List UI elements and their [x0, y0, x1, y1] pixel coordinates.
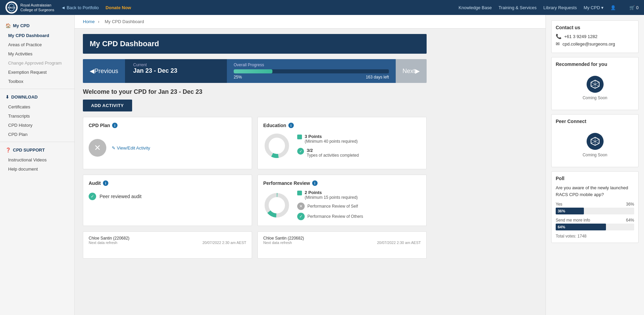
performance-review-card: Performance Review i — [257, 175, 427, 226]
welcome-section: Welcome to your CPD for Jan 23 - Dec 23 … — [83, 88, 427, 111]
cpd-plan-title: CPD Plan i — [89, 123, 246, 128]
bottom-card-2-refresh: Next data refresh 20/07/2022 2:30 am AES… — [263, 241, 421, 245]
peer-reviewed-item: ✓ Peer reviewed audit — [89, 193, 246, 200]
peer-reviewed-check-icon: ✓ — [89, 193, 96, 200]
recommended-coming-soon: Coming Soon — [561, 95, 629, 100]
welcome-heading: Welcome to your CPD for Jan 23 - Dec 23 — [83, 88, 427, 95]
poll-option-1-label: Yes — [556, 202, 562, 207]
svg-text:RACS: RACS — [8, 6, 16, 9]
breadcrumb: Home › My CPD Dashboard — [75, 15, 545, 29]
peer-connect-coming-soon: Coming Soon — [561, 153, 629, 157]
poll-option-2-label: Send me more info — [556, 218, 590, 223]
sidebar-item-transcripts[interactable]: Transcripts — [0, 111, 74, 121]
sidebar-divider-1 — [0, 89, 74, 89]
performance-info-icon[interactable]: i — [312, 180, 318, 186]
page-title: My CPD Dashboard — [90, 39, 420, 48]
contact-phone: 📞 +61 3 9249 1282 — [556, 34, 634, 39]
left-sidebar: 🏠 My CPD My CPD Dashboard Areas of Pract… — [0, 15, 75, 315]
recommended-content: Coming Soon — [556, 70, 634, 106]
days-left: 163 days left — [366, 75, 389, 80]
performance-points-value: 2 Points — [305, 190, 358, 195]
sidebar-item-instructional-videos[interactable]: Instructional Videos — [0, 155, 74, 164]
education-points-stat: 3 Points (Minimum 40 points required) — [297, 134, 359, 144]
sidebar-section-cpd-support: ❓ CPD SUPPORT — [0, 145, 74, 155]
peer-connect-logo — [587, 133, 604, 150]
points-dot — [297, 135, 302, 139]
contact-phone-number[interactable]: +61 3 9249 1282 — [564, 34, 597, 39]
email-icon: ✉ — [556, 41, 560, 47]
racs-logo-icon: RACS — [5, 1, 18, 14]
bottom-card-1-refresh: Next data refresh 20/07/2022 2:30 am AES… — [89, 241, 246, 245]
education-types-note: Types of activities completed — [307, 153, 359, 158]
progress-bar-fill — [234, 69, 272, 73]
user-icon[interactable]: 👤 — [610, 5, 616, 10]
education-types-stat: ✓ 3/2 Types of activities completed — [297, 148, 359, 158]
contact-us-section: Contact us 📞 +61 3 9249 1282 ✉ cpd.colle… — [551, 20, 639, 53]
bottom-cards: Chloe Santin (220682) Next data refresh … — [83, 231, 427, 259]
logo-text: Royal Australasian College of Surgeons — [20, 3, 54, 13]
cards-grid: CPD Plan i ✕ ✎ View/Edit Activity — [83, 117, 427, 226]
period-next-button[interactable]: Next ▶ — [396, 59, 427, 83]
sidebar-section-download: ⬇ DOWNLOAD — [0, 92, 74, 102]
sidebar-item-exemption-request[interactable]: Exemption Request — [0, 68, 74, 77]
cpd-plan-info-icon[interactable]: i — [112, 123, 118, 128]
breadcrumb-separator: › — [98, 19, 99, 24]
sidebar-item-cpd-history[interactable]: CPD History — [0, 121, 74, 130]
education-card: Education i — [257, 117, 427, 169]
poll-section: Poll Are you aware of the newly launched… — [551, 171, 639, 243]
training-services-link[interactable]: Training & Services — [499, 5, 537, 10]
bottom-card-1-person: Chloe Santin (220682) — [89, 236, 246, 241]
sidebar-item-toolbox[interactable]: Toolbox — [0, 77, 74, 86]
bottom-card-2: Chloe Santin (220682) Next data refresh … — [257, 231, 427, 259]
my-cpd-dropdown[interactable]: My CPD ▾ — [584, 5, 604, 10]
progress-bar-container — [234, 69, 389, 73]
sidebar-item-help-document[interactable]: Help document — [0, 164, 74, 174]
back-to-portfolio-link[interactable]: ◄ Back to Portfolio — [61, 5, 99, 10]
add-activity-button[interactable]: ADD ACTIVITY — [83, 100, 132, 111]
performance-self-item: ✕ Performance Review of Self — [297, 203, 363, 210]
period-prev-button[interactable]: ◀ Previous — [83, 59, 125, 83]
education-info-icon[interactable]: i — [288, 123, 294, 128]
sidebar-item-change-approved-program[interactable]: Change Approved Program — [0, 58, 74, 68]
sidebar-item-cpd-plan[interactable]: CPD Plan — [0, 130, 74, 139]
view-edit-activity-link[interactable]: ✎ View/Edit Activity — [112, 145, 150, 151]
contact-email-address[interactable]: cpd.college@surgeons.org — [562, 41, 615, 47]
sidebar-item-my-activities[interactable]: My Activities — [0, 49, 74, 58]
edit-icon: ✎ — [112, 145, 115, 151]
audit-content: ✓ Peer reviewed audit — [89, 190, 246, 203]
performance-self-x-icon: ✕ — [297, 203, 305, 210]
performance-self-label: Performance Review of Self — [307, 204, 358, 209]
svg-point-2 — [267, 136, 287, 156]
education-points-note: (Minimum 40 points required) — [305, 139, 358, 144]
knowledge-base-link[interactable]: Knowledge Base — [459, 5, 492, 10]
cart-icon[interactable]: 🛒 0 — [629, 5, 639, 10]
audit-title: Audit i — [89, 180, 246, 186]
poll-option-1: Yes 36% 36% — [556, 202, 634, 214]
education-title: Education i — [263, 123, 421, 128]
cpd-plan-card: CPD Plan i ✕ ✎ View/Edit Activity — [83, 117, 252, 169]
recommended-title: Recommended for you — [556, 62, 634, 67]
period-current-label: Current — [133, 63, 219, 67]
question-icon: ❓ — [5, 147, 11, 153]
cpd-plan-cancel-icon: ✕ — [89, 139, 106, 157]
performance-others-label: Performance Review of Others — [307, 214, 363, 219]
donate-button[interactable]: Donate Now — [106, 5, 131, 10]
performance-others-check-icon: ✓ — [297, 213, 305, 220]
poll-question: Are you aware of the newly launched RACS… — [556, 185, 634, 198]
breadcrumb-home[interactable]: Home — [83, 19, 95, 24]
recommended-racs-logo — [587, 76, 604, 93]
sidebar-section-my-cpd: 🏠 My CPD — [0, 20, 74, 31]
right-sidebar: Contact us 📞 +61 3 9249 1282 ✉ cpd.colle… — [545, 15, 644, 315]
period-navigation: ◀ Previous Current Jan 23 - Dec 23 Overa… — [83, 59, 427, 83]
education-points-value: 3 Points — [305, 134, 358, 139]
contact-us-title: Contact us — [556, 25, 634, 30]
education-stats: 3 Points (Minimum 40 points required) ✓ … — [297, 134, 359, 158]
sidebar-item-dashboard[interactable]: My CPD Dashboard — [0, 31, 74, 40]
audit-info-icon[interactable]: i — [103, 180, 108, 186]
peer-connect-title: Peer Connect — [556, 119, 634, 124]
sidebar-divider-2 — [0, 142, 74, 142]
library-requests-link[interactable]: Library Requests — [543, 5, 577, 10]
sidebar-item-certificates[interactable]: Certificates — [0, 102, 74, 111]
sidebar-item-areas-of-practice[interactable]: Areas of Practice — [0, 40, 74, 49]
recommended-section: Recommended for you Coming Soon — [551, 57, 639, 110]
